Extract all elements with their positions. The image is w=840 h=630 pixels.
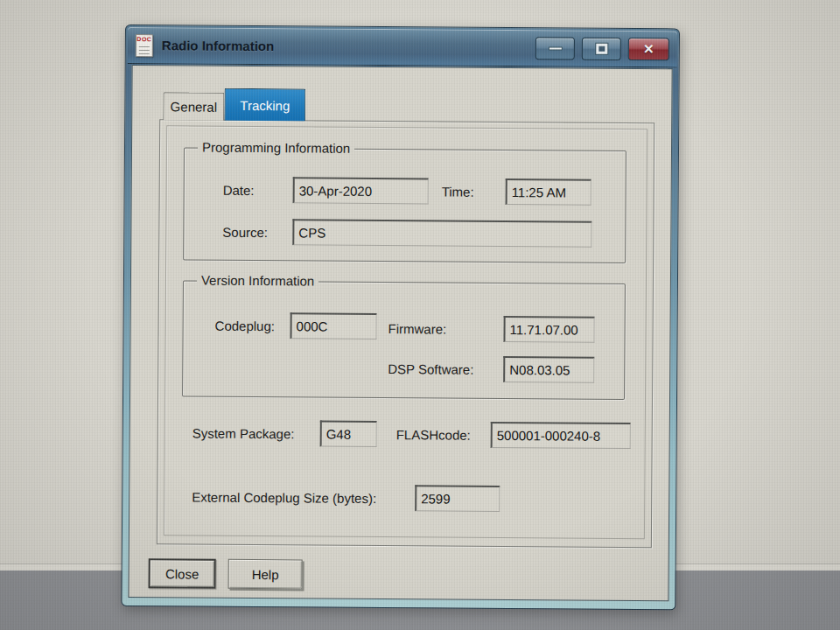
flashcode-label: FLASHcode: [396, 427, 471, 443]
radio-information-window: DOC Radio Information ✕ General Tracking [121, 24, 680, 610]
source-label: Source: [222, 225, 268, 240]
tab-tracking[interactable]: Tracking [224, 88, 305, 122]
source-field[interactable]: CPS [292, 219, 592, 247]
time-label: Time: [442, 185, 474, 200]
system-package-field[interactable]: G48 [320, 421, 377, 447]
document-icon-lines [139, 45, 150, 54]
document-icon-label: DOC [136, 36, 152, 43]
tab-tracking-label: Tracking [240, 97, 290, 112]
minimize-icon [548, 46, 562, 50]
firmware-field[interactable]: 11.71.07.00 [503, 316, 594, 343]
codeplug-label: Codeplug: [215, 318, 276, 333]
close-button-label: Close [165, 566, 199, 581]
time-field[interactable]: 11:25 AM [506, 178, 592, 206]
close-icon: ✕ [629, 42, 668, 55]
dsp-software-field[interactable]: N08.03.05 [503, 356, 594, 383]
titlebar[interactable]: DOC Radio Information ✕ [128, 27, 677, 67]
programming-information-legend: Programming Information [198, 140, 354, 156]
document-icon: DOC [136, 34, 153, 57]
date-field[interactable]: 30-Apr-2020 [293, 177, 429, 204]
version-information-legend: Version Information [197, 273, 318, 289]
caption-buttons: ✕ [536, 37, 669, 60]
maximize-button[interactable] [582, 37, 621, 60]
dialog-client-area: General Tracking Programming Information… [128, 65, 672, 601]
system-package-label: System Package: [192, 426, 295, 442]
help-button-label: Help [252, 567, 279, 582]
external-codeplug-size-label: External Codeplug Size (bytes): [192, 490, 376, 506]
external-codeplug-size-field[interactable]: 2599 [415, 485, 500, 512]
window-title: Radio Information [162, 38, 274, 53]
tab-general-label: General [171, 99, 217, 114]
firmware-label: Firmware: [388, 321, 447, 336]
close-button[interactable]: Close [149, 558, 216, 589]
help-button[interactable]: Help [228, 559, 303, 590]
codeplug-field[interactable]: 000C [290, 312, 376, 340]
date-label: Date: [223, 183, 255, 198]
maximize-icon [596, 43, 607, 53]
tab-general[interactable]: General [163, 92, 224, 120]
close-window-button[interactable]: ✕ [628, 38, 669, 60]
flashcode-field[interactable]: 500001-000240-8 [491, 422, 631, 449]
dsp-software-label: DSP Software: [388, 361, 473, 377]
minimize-button[interactable] [536, 37, 575, 60]
